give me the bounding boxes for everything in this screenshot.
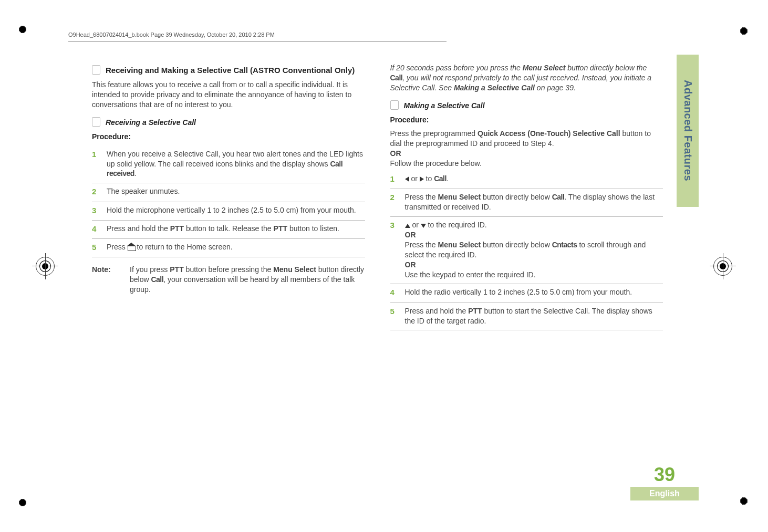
step-number: 5 bbox=[390, 306, 398, 326]
page-content: Receiving and Making a Selective Call (A… bbox=[92, 63, 663, 500]
crop-mark-icon bbox=[736, 24, 751, 38]
procedure-step: 2 Press the Menu Select button directly … bbox=[390, 189, 663, 217]
step-text: or to Call. bbox=[405, 174, 663, 184]
procedure-step: 3 Hold the microphone vertically 1 to 2 … bbox=[92, 202, 365, 221]
crop-mark-icon bbox=[17, 497, 28, 508]
continuation-note: If 20 seconds pass before you press the … bbox=[390, 63, 663, 93]
note-block: Note: If you press PTT button before pre… bbox=[92, 265, 365, 295]
procedure-step: 4 Press and hold the PTT button to talk.… bbox=[92, 221, 365, 239]
step-number: 1 bbox=[92, 149, 99, 179]
side-tab: Advanced Features bbox=[677, 55, 699, 207]
procedure-step: 1 When you receive a Selective Call, you… bbox=[92, 146, 365, 184]
right-arrow-icon bbox=[420, 176, 424, 182]
language-label: English bbox=[630, 487, 699, 500]
subsection-heading-text: Making a Selective Call bbox=[404, 101, 485, 110]
step-text: Press to return to the Home screen. bbox=[107, 242, 365, 253]
procedure-label: Procedure: bbox=[92, 132, 365, 142]
procedure-step: 5 Press to return to the Home screen. bbox=[92, 239, 365, 257]
registration-target-icon bbox=[36, 257, 55, 276]
running-header: O9Head_68007024014_b.book Page 39 Wednes… bbox=[68, 32, 275, 38]
step-number: 3 bbox=[390, 220, 398, 279]
subsection-heading-text: Receiving a Selective Call bbox=[106, 118, 196, 127]
step-text: The speaker unmutes. bbox=[107, 186, 365, 197]
procedure-step: 1 or to Call. bbox=[390, 171, 663, 189]
document-icon bbox=[390, 100, 399, 110]
up-arrow-icon bbox=[405, 224, 410, 228]
step-number: 2 bbox=[390, 192, 398, 212]
note-label: Note: bbox=[92, 265, 119, 295]
step-text: Hold the microphone vertically 1 to 2 in… bbox=[107, 205, 365, 216]
step-text: or to the required ID. OR Press the Menu… bbox=[405, 220, 663, 279]
step-text: Hold the radio vertically 1 to 2 inches … bbox=[405, 287, 663, 298]
step-number: 4 bbox=[92, 224, 99, 234]
procedure-intro: Press the preprogrammed Quick Access (On… bbox=[390, 129, 663, 169]
step-number: 5 bbox=[92, 242, 99, 253]
crop-mark-icon bbox=[736, 494, 751, 508]
left-column: Receiving and Making a Selective Call (A… bbox=[92, 63, 365, 330]
page-number: 39 bbox=[630, 464, 699, 486]
intro-text: This feature allows you to receive a cal… bbox=[92, 80, 365, 110]
down-arrow-icon bbox=[421, 224, 426, 228]
section-heading-text: Receiving and Making a Selective Call (A… bbox=[106, 66, 355, 75]
left-arrow-icon bbox=[405, 176, 409, 182]
procedure-step: 3 or to the required ID. OR Press the Me… bbox=[390, 217, 663, 284]
running-header-rule bbox=[68, 41, 447, 42]
procedure-step: 4 Hold the radio vertically 1 to 2 inche… bbox=[390, 284, 663, 302]
note-text: If you press PTT button before pressing … bbox=[130, 265, 365, 295]
subsection-heading: Receiving a Selective Call bbox=[107, 117, 365, 128]
footer-block: 39 English bbox=[630, 464, 699, 500]
step-text: Press the Menu Select button directly be… bbox=[405, 192, 663, 212]
home-icon bbox=[128, 244, 135, 250]
step-number: 1 bbox=[390, 174, 398, 184]
subsection-heading: Making a Selective Call bbox=[405, 100, 663, 111]
step-text: Press and hold the PTT button to talk. R… bbox=[107, 224, 365, 234]
procedure-step: 5 Press and hold the PTT button to start… bbox=[390, 303, 663, 331]
procedure-label: Procedure: bbox=[390, 115, 663, 125]
section-heading: Receiving and Making a Selective Call (A… bbox=[107, 65, 365, 76]
right-column: If 20 seconds pass before you press the … bbox=[390, 63, 663, 330]
step-number: 4 bbox=[390, 287, 398, 298]
document-icon bbox=[92, 117, 100, 127]
procedure-step: 2 The speaker unmutes. bbox=[92, 183, 365, 202]
step-number: 2 bbox=[92, 186, 99, 197]
side-tab-label: Advanced Features bbox=[682, 80, 694, 181]
crop-mark-icon bbox=[17, 24, 28, 35]
step-number: 3 bbox=[92, 205, 99, 216]
step-text: Press and hold the PTT button to start t… bbox=[405, 306, 663, 326]
registration-target-icon bbox=[713, 257, 732, 276]
step-text: When you receive a Selective Call, you h… bbox=[107, 149, 365, 179]
document-icon bbox=[92, 65, 100, 75]
